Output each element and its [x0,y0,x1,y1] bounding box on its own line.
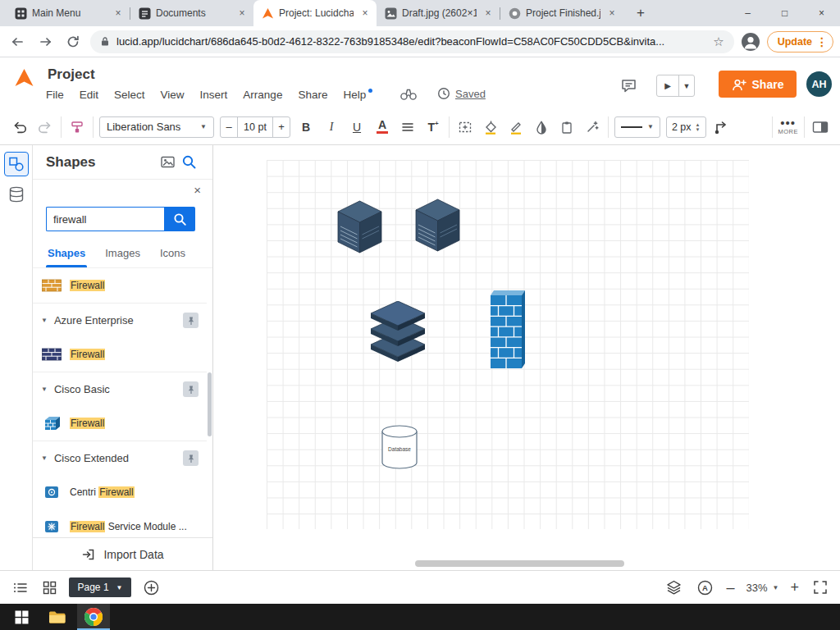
tab-images[interactable]: Images [105,239,140,267]
insert-image-icon[interactable] [157,153,178,171]
shape-section-cisco-basic[interactable]: ▼ Cisco Basic [33,372,207,406]
tab-documents[interactable]: Documents × [130,0,253,26]
address-bar[interactable]: lucid.app/lucidchart/686da645-b0d2-4612-… [90,30,734,53]
share-button[interactable]: Share [719,71,797,98]
server-shape[interactable] [336,200,383,258]
collapse-caret-icon[interactable]: ▼ [41,317,48,324]
shape-result-firewall-azure[interactable]: Firewall [33,337,207,372]
import-data-button[interactable]: Import Data [33,537,212,570]
tab-close-icon[interactable]: × [112,7,125,20]
tab-close-icon[interactable]: × [235,7,249,20]
shape-search-input[interactable] [46,207,164,231]
fullscreen-icon[interactable] [810,578,830,597]
menu-file[interactable]: File [46,89,64,101]
zoom-in-icon[interactable]: + [790,580,799,595]
menu-select[interactable]: Select [114,89,145,101]
present-play-icon[interactable]: ▶ [657,81,678,90]
file-explorer-icon[interactable] [41,604,74,630]
italic-button[interactable]: I [322,116,341,138]
search-submit-button[interactable] [164,207,195,231]
browser-profile-avatar[interactable] [741,32,760,52]
page-grid-icon[interactable] [39,578,59,597]
collapse-caret-icon[interactable]: ▼ [41,454,48,462]
save-status[interactable]: Saved [437,87,486,100]
redo-icon[interactable] [35,116,55,138]
reload-icon[interactable] [62,31,84,52]
container-icon[interactable] [455,116,475,138]
menu-insert[interactable]: Insert [200,89,228,101]
present-dropdown-icon[interactable]: ▼ [679,82,694,90]
browser-menu-icon[interactable]: ⋮ [816,35,828,48]
shape-result-centri-firewall[interactable]: Centri Firewall [33,475,207,509]
add-page-icon[interactable] [141,578,161,597]
tab-main-menu[interactable]: Main Menu × [7,0,130,26]
close-window-icon[interactable]: × [803,0,840,26]
zoom-out-icon[interactable]: – [727,580,735,595]
layer-stack-shape[interactable] [371,301,425,366]
shape-section-azure-enterprise[interactable]: ▼ Azure Enterprise [33,303,207,337]
search-shapes-icon[interactable] [178,153,199,171]
zoom-level-select[interactable]: 33%▼ [746,582,779,594]
line-color-icon[interactable] [506,116,526,138]
tab-close-icon[interactable]: × [605,7,619,20]
undo-icon[interactable] [10,116,30,138]
user-avatar[interactable]: AH [806,71,832,97]
canvas[interactable]: Database [214,145,840,570]
tab-project-finished[interactable]: Project Finished.j × [500,0,623,26]
spinner-arrows-icon[interactable]: ▲▼ [696,122,701,132]
pin-icon[interactable] [183,450,199,466]
firewall-wall-shape[interactable] [491,290,525,372]
menu-view[interactable]: View [161,89,185,101]
menu-arrange[interactable]: Arrange [243,89,282,101]
new-tab-button[interactable]: + [630,2,651,24]
document-title[interactable]: Project [48,66,95,83]
line-width-stepper[interactable]: 2 px ▲▼ [666,116,706,138]
font-size-value[interactable]: 10 pt [237,117,273,137]
minimize-icon[interactable]: – [729,0,766,26]
line-style-select[interactable]: ▼ [614,116,660,138]
underline-button[interactable]: U [347,116,367,138]
shape-section-cisco-extended[interactable]: ▼ Cisco Extended [33,441,207,475]
layers-icon[interactable] [664,578,684,597]
bold-button[interactable]: B [296,116,316,138]
text-options-button[interactable]: T+ [423,116,443,138]
pin-icon[interactable] [183,313,199,328]
font-family-select[interactable]: Liberation Sans ▼ [99,116,214,138]
update-button[interactable]: Update ⋮ [767,31,833,52]
page-selector[interactable]: Page 1 ▼ [69,578,131,597]
close-search-icon[interactable]: × [194,183,201,197]
font-size-decrease-icon[interactable]: – [221,117,237,137]
menu-share[interactable]: Share [298,89,327,101]
chrome-taskbar-icon[interactable] [77,604,110,630]
more-tools-button[interactable]: ••• MORE [778,118,799,136]
shape-result-firewall-network[interactable]: Firewall [33,268,207,303]
collapse-caret-icon[interactable]: ▼ [41,386,48,393]
font-size-increase-icon[interactable]: + [273,117,290,137]
canvas-horizontal-scrollbar[interactable] [415,560,624,567]
tab-draft-image[interactable]: Draft.jpg (2602×1 × [377,0,500,26]
tab-close-icon[interactable]: × [482,7,495,20]
connector-icon[interactable] [712,116,732,138]
shadow-icon[interactable] [532,116,551,138]
clipboard-style-icon[interactable] [557,116,577,138]
start-button-icon[interactable] [5,604,38,630]
saved-label[interactable]: Saved [455,88,486,100]
database-shape[interactable]: Database [381,424,418,473]
panel-scrollbar[interactable] [208,372,212,436]
bookmark-star-icon[interactable]: ☆ [713,34,724,49]
server-shape[interactable] [414,199,461,256]
page-list-icon[interactable] [10,578,30,597]
menu-edit[interactable]: Edit [80,89,98,101]
forward-icon[interactable] [34,31,56,52]
tab-lucidchart-project[interactable]: Project: Lucidchar × [253,0,377,26]
pin-icon[interactable] [183,381,199,397]
accessibility-icon[interactable]: A [696,578,715,597]
shape-libraries-icon[interactable] [7,185,26,204]
lucidchart-logo-icon[interactable] [13,67,35,89]
back-icon[interactable] [7,31,28,52]
right-panel-toggle-icon[interactable] [810,116,830,138]
shapes-panel-toggle[interactable] [4,152,29,176]
comments-icon[interactable] [620,77,637,94]
tab-close-icon[interactable]: × [358,7,372,20]
shape-result-firewall-cisco[interactable]: Firewall [33,406,207,441]
